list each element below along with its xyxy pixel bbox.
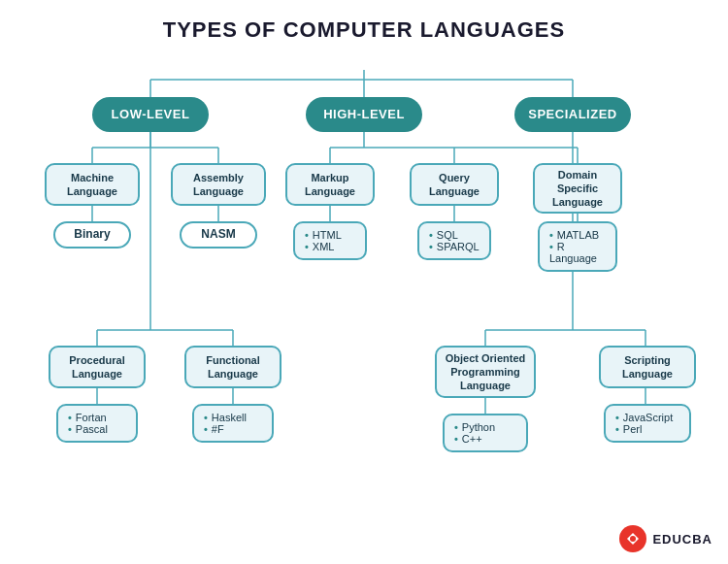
nasm-node: NASM bbox=[180, 221, 257, 249]
markup-list: HTML XML bbox=[293, 221, 367, 260]
functional-language-node: Functional Language bbox=[184, 346, 281, 388]
procedural-list: Fortan Pascal bbox=[56, 404, 138, 443]
markup-language-node: Markup Language bbox=[285, 163, 375, 206]
educba-icon bbox=[619, 525, 646, 552]
binary-node: Binary bbox=[53, 221, 131, 249]
functional-list: Haskell #F bbox=[192, 404, 274, 443]
educba-svg-icon bbox=[625, 531, 641, 547]
page-title: TYPES OF COMPUTER LANGUAGES bbox=[10, 10, 718, 52]
query-language-node: Query Language bbox=[410, 163, 499, 206]
oop-list: Python C++ bbox=[443, 414, 528, 452]
educba-logo: EDUCBA bbox=[619, 525, 712, 552]
educba-label: EDUCBA bbox=[652, 532, 712, 547]
specialized-node: SPECIALIZED bbox=[514, 97, 631, 132]
domain-list: MATLAB R Language bbox=[538, 221, 617, 272]
diagram: TYPES OF COMPUTER LANGUAGES bbox=[0, 0, 728, 564]
assembly-language-node: Assembly Language bbox=[171, 163, 266, 206]
low-level-node: LOW-LEVEL bbox=[92, 97, 209, 132]
scripting-language-node: Scripting Language bbox=[599, 346, 696, 388]
query-list: SQL SPARQL bbox=[417, 221, 491, 260]
domain-specific-language-node: Domain Specific Language bbox=[533, 163, 622, 214]
svg-point-33 bbox=[630, 536, 636, 542]
scripting-list: JavaScript Perl bbox=[604, 404, 691, 443]
oop-node: Object Oriented Programming Language bbox=[435, 346, 536, 398]
high-level-node: HIGH-LEVEL bbox=[306, 97, 422, 132]
machine-language-node: Machine Language bbox=[45, 163, 140, 206]
connector-lines bbox=[0, 0, 728, 564]
procedural-language-node: Procedural Language bbox=[49, 346, 146, 388]
